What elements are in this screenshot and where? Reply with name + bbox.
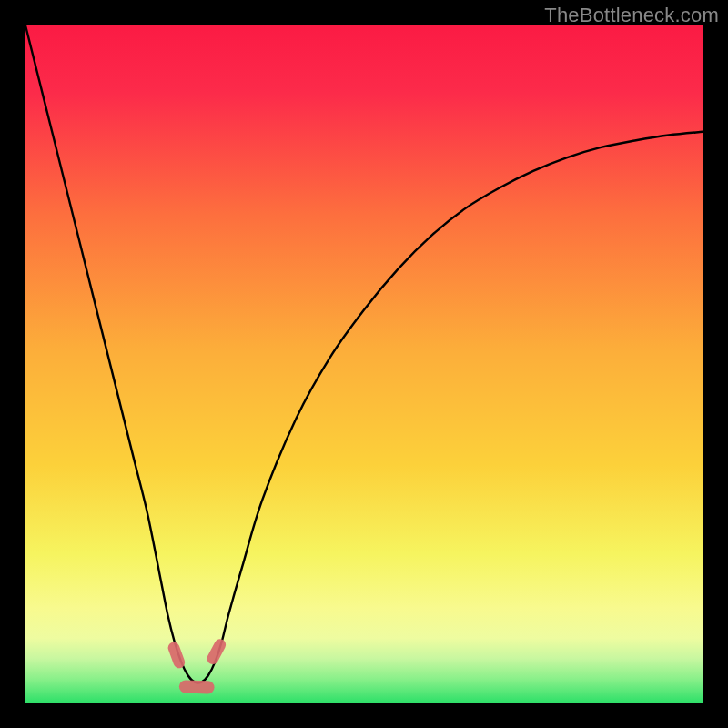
plot-area: [25, 25, 703, 703]
bottom-red-marker: [179, 680, 215, 693]
gradient-background: [25, 25, 703, 703]
watermark-text: TheBottleneck.com: [544, 4, 719, 27]
chart-frame: TheBottleneck.com: [0, 0, 728, 728]
svg-rect-2: [179, 680, 215, 693]
chart-svg: [25, 25, 703, 703]
